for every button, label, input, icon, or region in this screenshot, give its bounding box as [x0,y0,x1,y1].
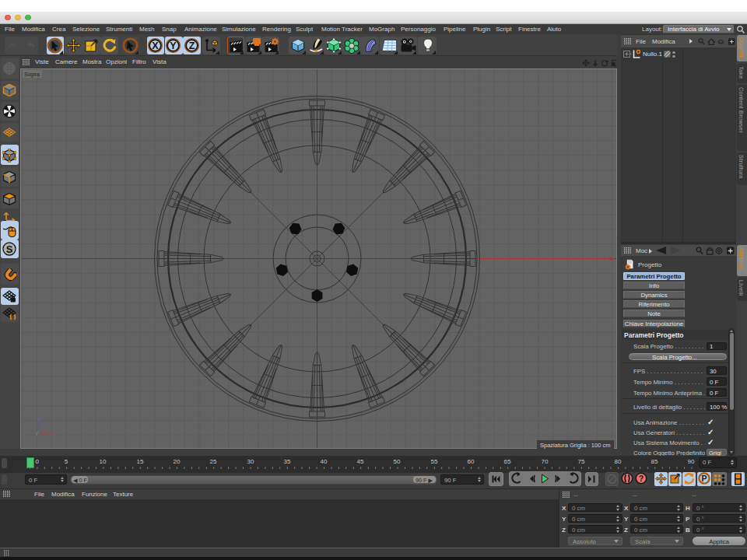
svg-text:Y: Y [35,431,39,436]
svg-text:X: X [51,431,54,436]
svg-text:?: ? [639,474,644,483]
svg-text:P: P [701,474,707,483]
svg-text:Z: Z [37,417,41,422]
